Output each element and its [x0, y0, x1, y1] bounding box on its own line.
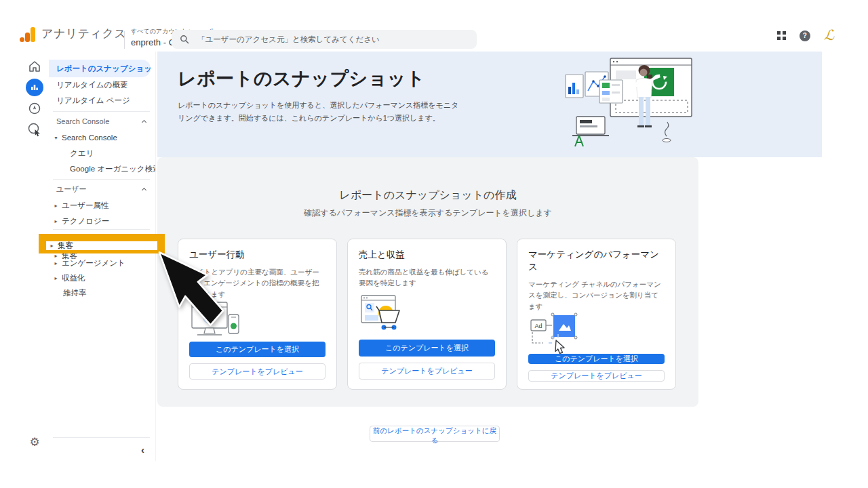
report-nav-drawer: レポートのスナップショット リアルタイムの概要 リアルタイム ページ Searc… — [49, 52, 156, 461]
advertising-icon[interactable] — [27, 122, 42, 137]
drawer-bottom-divider — [53, 437, 150, 438]
logo-label: アナリティクス — [41, 26, 126, 43]
ga4-app: アナリティクス すべてのアカウント > enpreth enpreth - GA… — [0, 0, 868, 488]
search-icon — [180, 35, 189, 44]
nav-google-organic[interactable]: Google オーガニック検索... — [49, 161, 155, 176]
nav-search-console[interactable]: ▾ Search Console — [49, 130, 155, 145]
analytics-logo[interactable]: アナリティクス — [19, 26, 126, 43]
hero-banner: レポートのスナップショット レポートのスナップショットを使用すると、選択したパフ… — [157, 52, 822, 157]
left-icon-rail: ⚙ — [20, 52, 49, 461]
back-to-previous-snapshot-button[interactable]: 前のレポートのスナップショットに戻る — [370, 426, 500, 442]
preview-template-button[interactable]: テンプレートをプレビュー — [189, 363, 326, 380]
app-header: アナリティクス すべてのアカウント > enpreth enpreth - GA… — [0, 20, 868, 52]
expand-arrow-icon: ▸ — [53, 275, 59, 281]
explore-icon[interactable] — [28, 102, 41, 115]
shopping-cart-illustration — [359, 293, 413, 335]
nav-realtime-pages[interactable]: リアルタイム ページ — [49, 93, 155, 108]
help-icon[interactable]: ? — [800, 30, 810, 41]
search-input[interactable]: 「ユーザーのアクセス元」と検索してみてください — [172, 30, 477, 49]
highlighted-nav-acquisition[interactable]: ▸ 集客 — [49, 241, 73, 251]
avatar[interactable]: ℒ — [824, 28, 834, 43]
nav-technology[interactable]: ▸ テクノロジー — [49, 214, 155, 228]
admin-gear-icon[interactable]: ⚙ — [29, 435, 39, 449]
chevron-up-icon — [142, 188, 146, 192]
chevron-up-icon — [142, 120, 146, 125]
collapse-drawer-button[interactable]: ‹ — [141, 444, 144, 455]
template-card-marketing-performance: マーケティングのパフォーマンス マーケティング チャネルのパフォーマンスを測定し… — [517, 239, 676, 390]
expand-arrow-icon: ▾ — [53, 135, 59, 141]
expand-arrow-icon: ▸ — [53, 260, 59, 266]
nav-report-snapshot[interactable]: レポートのスナップショット — [49, 60, 151, 77]
expand-arrow-icon: ▸ — [53, 218, 59, 224]
snapshot-template-panel: レポートのスナップショットの作成 確認するパフォーマンス指標を表示するテンプレー… — [157, 157, 698, 407]
select-template-button[interactable]: このテンプレートを選択 — [528, 354, 665, 364]
section-user[interactable]: ユーザー — [49, 182, 155, 197]
nav-user-attributes[interactable]: ▸ ユーザー属性 — [49, 198, 155, 213]
nav-engagement[interactable]: ▸ エンゲージメント — [49, 256, 155, 270]
card-description: 売れ筋の商品と収益を最も伸ばしている要因を特定します — [359, 266, 495, 289]
expand-arrow-icon: ▸ — [53, 203, 59, 209]
nav-monetization[interactable]: ▸ 収益化 — [49, 270, 155, 285]
panel-subtitle: 確認するパフォーマンス指標を表示するテンプレートを選択します — [157, 207, 698, 219]
preview-template-button[interactable]: テンプレートをプレビュー — [359, 363, 495, 380]
nav-realtime-overview[interactable]: リアルタイムの概要 — [49, 77, 155, 92]
search-placeholder: 「ユーザーのアクセス元」と検索してみてください — [197, 35, 380, 45]
apps-grid-icon[interactable] — [777, 31, 786, 40]
card-title: マーケティングのパフォーマンス — [528, 249, 665, 273]
template-card-sales-revenue: 売上と収益 売れ筋の商品と収益を最も伸ばしている要因を特定します — [347, 239, 507, 390]
select-template-button[interactable]: このテンプレートを選択 — [359, 340, 495, 357]
ad-click-illustration: Ad — [528, 312, 583, 354]
preview-template-button[interactable]: テンプレートをプレビュー — [528, 370, 665, 382]
nav-retention[interactable]: 維持率 — [49, 285, 155, 300]
nav-divider — [53, 111, 150, 112]
select-template-button[interactable]: このテンプレートを選択 — [189, 342, 326, 358]
bar-chart-icon — [30, 83, 39, 92]
section-search-console[interactable]: Search Console — [49, 114, 155, 129]
expand-arrow-icon: ▸ — [49, 243, 55, 249]
panel-title: レポートのスナップショットの作成 — [157, 188, 698, 203]
nav-divider — [53, 229, 150, 230]
card-title: 売上と収益 — [359, 249, 495, 261]
page-description: レポートのスナップショットを使用すると、選択したパフォーマンス指標をモニタリング… — [178, 99, 462, 124]
reports-icon-active[interactable] — [26, 79, 43, 96]
card-description: マーケティング チャネルのパフォーマンスを測定し、コンバージョンを割り当てます — [528, 279, 665, 312]
pointer-arrow-annotation — [158, 251, 226, 328]
header-divider — [124, 31, 125, 49]
nav-queries[interactable]: クエリ — [49, 146, 155, 161]
hero-illustration — [564, 54, 700, 149]
nav-divider — [53, 179, 150, 180]
analytics-logo-icon — [19, 26, 35, 43]
ad-label: Ad — [534, 322, 542, 329]
page-title: レポートのスナップショット — [178, 66, 425, 91]
home-icon[interactable] — [28, 60, 41, 73]
